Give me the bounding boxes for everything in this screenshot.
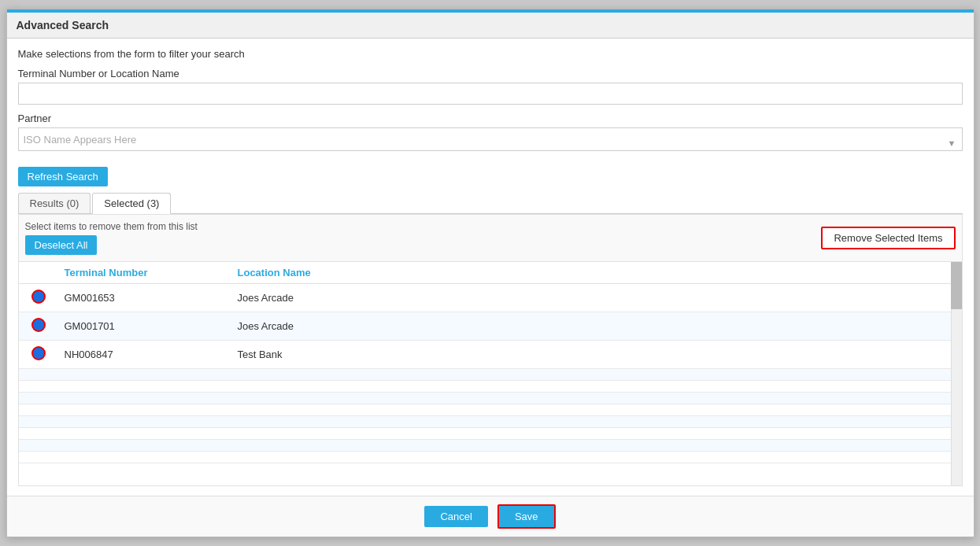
- form-description: Make selections from the form to filter …: [18, 48, 963, 60]
- tab-selected[interactable]: Selected (3): [92, 193, 171, 214]
- row-selector[interactable]: [19, 284, 58, 312]
- refresh-search-button[interactable]: Refresh Search: [18, 167, 108, 186]
- table-row-empty: [19, 440, 962, 452]
- table-row-empty: [19, 404, 962, 416]
- table-row-empty: [19, 393, 962, 404]
- cell-terminal-number: GM001653: [58, 284, 231, 312]
- table-row-empty: [19, 416, 962, 428]
- advanced-search-dialog: Advanced Search Make selections from the…: [6, 9, 974, 537]
- scrollbar-track[interactable]: [951, 262, 962, 485]
- cancel-button[interactable]: Cancel: [424, 506, 487, 527]
- selected-indicator: [31, 290, 46, 304]
- row-selector[interactable]: [19, 312, 58, 341]
- cell-location-name: Joes Arcade: [231, 284, 962, 312]
- cell-location-name: Test Bank: [231, 341, 962, 369]
- scrollbar-thumb[interactable]: [951, 262, 962, 309]
- table-row-empty: [19, 452, 962, 463]
- col-terminal-number: Terminal Number: [58, 262, 231, 284]
- cell-location-name: Joes Arcade: [231, 312, 962, 341]
- table-body: GM001653 Joes Arcade GM001701 Joes Arcad…: [19, 284, 962, 463]
- hint-text: Select items to remove them from this li…: [25, 221, 198, 232]
- terminal-label: Terminal Number or Location Name: [18, 68, 963, 79]
- table-row-empty: [19, 369, 962, 381]
- tab-results[interactable]: Results (0): [18, 193, 91, 213]
- terminal-input[interactable]: [18, 83, 963, 105]
- tabs-row: Results (0) Selected (3): [18, 193, 963, 214]
- selected-indicator: [31, 346, 46, 360]
- save-button[interactable]: Save: [497, 504, 556, 529]
- selected-indicator: [31, 318, 46, 332]
- partner-label: Partner: [18, 113, 963, 124]
- table-row-empty: [19, 381, 962, 393]
- col-location-name: Location Name: [231, 262, 962, 284]
- partner-select[interactable]: ISO Name Appears Here: [18, 127, 963, 151]
- dialog-title: Advanced Search: [7, 13, 974, 39]
- col-selector: [19, 262, 58, 284]
- table-section: Select items to remove them from this li…: [18, 214, 963, 486]
- table-header: Terminal Number Location Name: [19, 262, 962, 284]
- table-row[interactable]: NH006847 Test Bank: [19, 341, 962, 369]
- data-table: Terminal Number Location Name GM001653 J…: [19, 262, 962, 463]
- dialog-footer: Cancel Save: [7, 496, 974, 537]
- row-selector[interactable]: [19, 341, 58, 369]
- remove-selected-button[interactable]: Remove Selected Items: [821, 227, 955, 249]
- table-scroll-area: Terminal Number Location Name GM001653 J…: [19, 262, 962, 485]
- table-row-empty: [19, 428, 962, 440]
- cell-terminal-number: GM001701: [58, 312, 231, 341]
- cell-terminal-number: NH006847: [58, 341, 231, 369]
- partner-select-wrapper: ISO Name Appears Here: [18, 127, 963, 159]
- dialog-body: Make selections from the form to filter …: [7, 39, 974, 496]
- table-row[interactable]: GM001701 Joes Arcade: [19, 312, 962, 341]
- table-row[interactable]: GM001653 Joes Arcade: [19, 284, 962, 312]
- table-toolbar: Select items to remove them from this li…: [19, 215, 962, 262]
- deselect-all-button[interactable]: Deselect All: [25, 235, 98, 255]
